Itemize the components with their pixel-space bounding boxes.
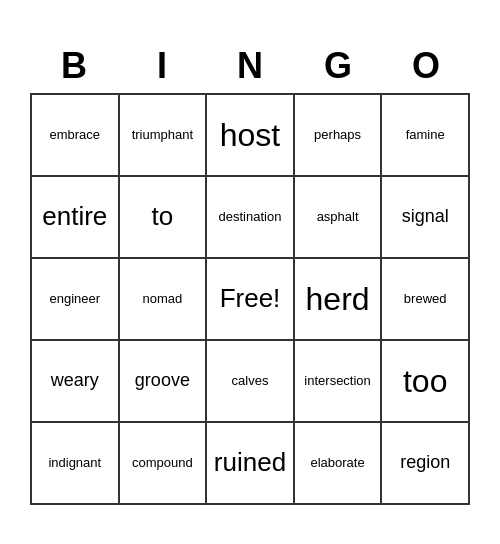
bingo-cell: engineer — [32, 259, 120, 341]
header-letter: B — [30, 39, 118, 93]
cell-text: groove — [135, 370, 190, 392]
bingo-cell: too — [382, 341, 470, 423]
bingo-cell: Free! — [207, 259, 295, 341]
bingo-cell: famine — [382, 95, 470, 177]
bingo-cell: weary — [32, 341, 120, 423]
bingo-cell: entire — [32, 177, 120, 259]
header-letter: G — [294, 39, 382, 93]
bingo-cell: nomad — [120, 259, 208, 341]
bingo-grid: embracetriumphanthostperhapsfamineentire… — [30, 93, 470, 505]
bingo-cell: asphalt — [295, 177, 383, 259]
cell-text: herd — [306, 280, 370, 318]
bingo-cell: destination — [207, 177, 295, 259]
bingo-header: BINGO — [30, 39, 470, 93]
cell-text: entire — [42, 201, 107, 232]
cell-text: host — [220, 116, 280, 154]
cell-text: perhaps — [314, 127, 361, 143]
bingo-cell: brewed — [382, 259, 470, 341]
cell-text: nomad — [143, 291, 183, 307]
bingo-cell: triumphant — [120, 95, 208, 177]
cell-text: indignant — [48, 455, 101, 471]
bingo-cell: intersection — [295, 341, 383, 423]
bingo-cell: embrace — [32, 95, 120, 177]
cell-text: ruined — [214, 447, 286, 478]
bingo-card: BINGO embracetriumphanthostperhapsfamine… — [20, 29, 480, 515]
bingo-cell: to — [120, 177, 208, 259]
header-letter: I — [118, 39, 206, 93]
cell-text: signal — [402, 206, 449, 228]
cell-text: engineer — [49, 291, 100, 307]
bingo-cell: compound — [120, 423, 208, 505]
cell-text: weary — [51, 370, 99, 392]
bingo-cell: signal — [382, 177, 470, 259]
cell-text: calves — [232, 373, 269, 389]
bingo-cell: groove — [120, 341, 208, 423]
cell-text: embrace — [50, 127, 101, 143]
cell-text: triumphant — [132, 127, 193, 143]
bingo-cell: perhaps — [295, 95, 383, 177]
bingo-cell: region — [382, 423, 470, 505]
header-letter: N — [206, 39, 294, 93]
cell-text: too — [403, 362, 447, 400]
cell-text: destination — [219, 209, 282, 225]
bingo-cell: ruined — [207, 423, 295, 505]
bingo-cell: host — [207, 95, 295, 177]
cell-text: famine — [406, 127, 445, 143]
cell-text: Free! — [220, 283, 281, 314]
bingo-cell: indignant — [32, 423, 120, 505]
bingo-cell: herd — [295, 259, 383, 341]
bingo-cell: calves — [207, 341, 295, 423]
cell-text: to — [152, 201, 174, 232]
header-letter: O — [382, 39, 470, 93]
cell-text: compound — [132, 455, 193, 471]
cell-text: elaborate — [310, 455, 364, 471]
cell-text: intersection — [304, 373, 370, 389]
bingo-cell: elaborate — [295, 423, 383, 505]
cell-text: region — [400, 452, 450, 474]
cell-text: asphalt — [317, 209, 359, 225]
cell-text: brewed — [404, 291, 447, 307]
